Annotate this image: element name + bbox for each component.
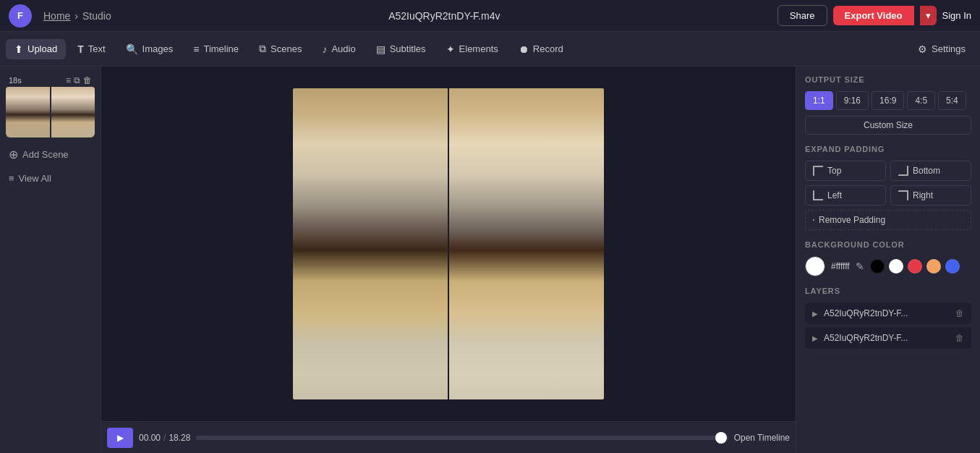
scene-card-header: 18s ≡ ⧉ 🗑 — [6, 72, 95, 87]
scene-card[interactable]: 18s ≡ ⧉ 🗑 — [6, 72, 95, 137]
expand-padding-title: EXPAND PADDING — [805, 145, 971, 153]
signin-button[interactable]: Sign In — [942, 10, 971, 21]
right-panel: OUTPUT SIZE 1:1 9:16 16:9 4:5 5:4 Custom… — [796, 67, 980, 453]
text-icon: T — [77, 43, 84, 55]
upload-icon: ⬆ — [14, 43, 23, 55]
text-button[interactable]: T Text — [69, 39, 114, 59]
export-button[interactable]: Export Video — [833, 6, 914, 25]
expand-right-button[interactable]: Right — [890, 185, 971, 206]
scene-icons: ≡ ⧉ 🗑 — [66, 75, 92, 85]
scene-list-icon[interactable]: ≡ — [66, 75, 71, 85]
share-button[interactable]: Share — [777, 5, 827, 26]
video-canvas — [293, 88, 604, 399]
top-corner-icon — [813, 166, 823, 176]
add-scene-icon: ⊕ — [9, 148, 18, 161]
size-buttons: 1:1 9:16 16:9 4:5 5:4 — [805, 91, 971, 110]
remove-padding-label: Remove Padding — [819, 215, 885, 225]
layer-play-icon-2: ▶ — [812, 334, 818, 342]
video-right — [449, 88, 604, 399]
swatch-blue[interactable] — [945, 259, 960, 274]
color-preview[interactable] — [805, 256, 825, 276]
layer-name-1: A52IuQRyR2tnDY-F... — [824, 308, 950, 318]
left-panel: 18s ≡ ⧉ 🗑 ⊕ Add Scene ≡ View — [0, 67, 101, 453]
progress-thumb[interactable] — [715, 432, 727, 444]
size-btn-4-5[interactable]: 4:5 — [907, 91, 935, 110]
subtitles-label: Subtitles — [390, 43, 426, 54]
swatch-orange[interactable] — [926, 259, 941, 274]
canvas-wrapper: ▶ 00.00 / 18.28 Open Timeline — [101, 67, 796, 453]
layers-list: ▶ A52IuQRyR2tnDY-F... 🗑 ▶ A52IuQRyR2tnDY… — [805, 302, 971, 349]
audio-label: Audio — [331, 43, 355, 54]
expand-left-button[interactable]: Left — [805, 185, 886, 206]
size-btn-9-16[interactable]: 9:16 — [836, 91, 869, 110]
scenes-label: Scenes — [270, 43, 302, 54]
view-all-button[interactable]: ≡ View All — [6, 169, 95, 188]
total-time: 18.28 — [169, 433, 190, 443]
top-label: Top — [827, 166, 841, 176]
remove-padding-button[interactable]: Remove Padding — [805, 210, 971, 230]
expand-top-button[interactable]: Top — [805, 161, 886, 181]
upload-button[interactable]: ⬆ Upload — [6, 39, 66, 59]
canvas-area — [101, 67, 796, 421]
remove-padding-icon — [813, 219, 814, 221]
eyedropper-button[interactable]: ✎ — [856, 261, 864, 272]
bottom-corner-icon — [898, 166, 908, 176]
layer-delete-button-1[interactable]: 🗑 — [955, 308, 964, 318]
video-left — [293, 88, 448, 399]
images-icon: 🔍 — [126, 43, 138, 55]
scene-thumbnails — [6, 87, 95, 137]
scenes-button[interactable]: ⧉ Scenes — [250, 38, 310, 59]
images-label: Images — [142, 43, 174, 54]
swatch-red[interactable] — [908, 259, 922, 274]
scene-copy-icon[interactable]: ⧉ — [74, 75, 80, 85]
breadcrumb-home[interactable]: Home — [43, 10, 70, 22]
record-label: Record — [533, 43, 563, 54]
right-corner-icon — [898, 190, 908, 200]
elements-button[interactable]: ✦ Elements — [438, 39, 507, 59]
right-label: Right — [913, 190, 933, 200]
expand-padding-grid: Top Bottom Left Right — [805, 161, 971, 206]
expand-bottom-button[interactable]: Bottom — [890, 161, 971, 181]
images-button[interactable]: 🔍 Images — [117, 39, 182, 59]
scene-duration: 18s — [9, 76, 22, 85]
output-size-title: OUTPUT SIZE — [805, 75, 971, 84]
breadcrumb: Home › Studio — [43, 10, 111, 22]
background-color-title: BACKGROUND COLOR — [805, 240, 971, 249]
breadcrumb-separator: › — [74, 10, 78, 22]
layer-delete-button-2[interactable]: 🗑 — [955, 333, 964, 343]
scene-thumb-2 — [51, 87, 95, 137]
layer-item-2[interactable]: ▶ A52IuQRyR2tnDY-F... 🗑 — [805, 327, 971, 349]
elements-icon: ✦ — [446, 43, 455, 55]
custom-size-button[interactable]: Custom Size — [805, 116, 971, 135]
bottom-label: Bottom — [913, 166, 940, 176]
size-btn-5-4[interactable]: 5:4 — [938, 91, 966, 110]
export-caret-button[interactable]: ▾ — [920, 6, 937, 25]
record-button[interactable]: ⏺ Record — [510, 39, 572, 59]
settings-button[interactable]: ⚙ Settings — [909, 39, 974, 59]
swatch-white[interactable] — [889, 259, 903, 274]
size-btn-16-9[interactable]: 16:9 — [872, 91, 904, 110]
audio-button[interactable]: ♪ Audio — [313, 39, 364, 59]
text-label: Text — [88, 43, 106, 54]
size-btn-1-1[interactable]: 1:1 — [805, 91, 833, 110]
file-name: A52IuQRyR2tnDY-F.m4v — [123, 10, 766, 22]
audio-icon: ♪ — [322, 43, 327, 55]
elements-label: Elements — [459, 43, 498, 54]
bottom-bar: ▶ 00.00 / 18.28 Open Timeline — [101, 421, 796, 453]
add-scene-label: Add Scene — [22, 149, 69, 160]
color-swatches — [870, 259, 960, 274]
scenes-icon: ⧉ — [259, 43, 266, 55]
current-time: 00.00 — [139, 433, 161, 443]
record-icon: ⏺ — [519, 43, 529, 55]
add-scene-button[interactable]: ⊕ Add Scene — [6, 143, 95, 166]
layers-title: LAYERS — [805, 287, 971, 295]
open-timeline-button[interactable]: Open Timeline — [734, 433, 790, 443]
play-icon: ▶ — [117, 433, 124, 443]
layer-item[interactable]: ▶ A52IuQRyR2tnDY-F... 🗑 — [805, 302, 971, 324]
play-button[interactable]: ▶ — [107, 428, 133, 448]
subtitles-button[interactable]: ▤ Subtitles — [367, 39, 435, 59]
timeline-button[interactable]: ≡ Timeline — [184, 39, 247, 59]
swatch-black[interactable] — [870, 259, 885, 274]
progress-bar[interactable] — [196, 436, 728, 440]
scene-delete-icon[interactable]: 🗑 — [83, 75, 92, 85]
